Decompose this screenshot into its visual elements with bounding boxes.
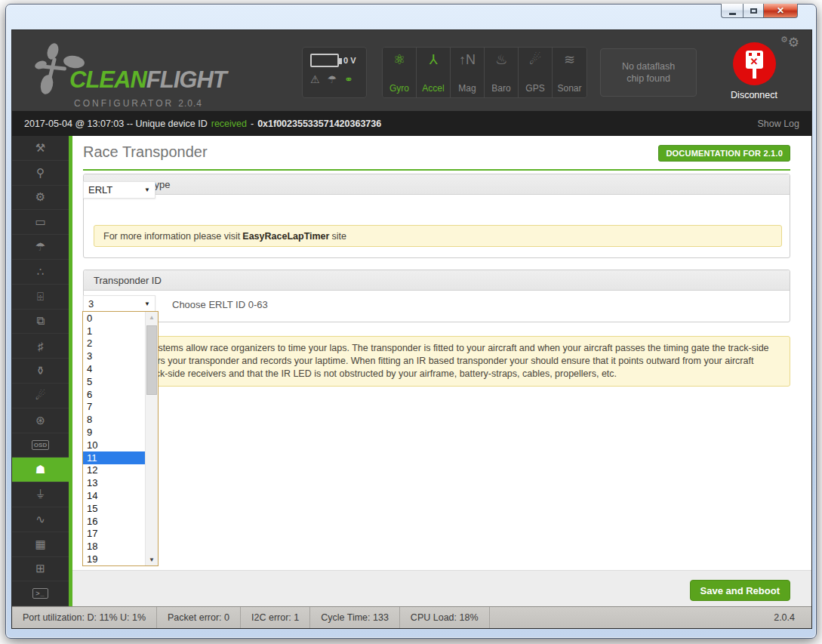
dropdown-option[interactable]: 6	[83, 388, 145, 401]
dataflash-status: No dataflash chip found	[600, 48, 697, 97]
window-button-minimize[interactable]	[721, 4, 743, 18]
sensor-label: Accel	[422, 83, 444, 94]
title-divider	[83, 169, 790, 171]
sidebar-item-motors[interactable]: ⊛	[12, 408, 69, 433]
sidebar-item-adjustments[interactable]: ♯	[12, 334, 69, 359]
sensor-gps: ☄ GPS	[519, 48, 553, 97]
status-icons: ⚠☂⚭	[310, 73, 359, 85]
sidebar-item-race-transponder[interactable]: ☗	[12, 458, 69, 482]
log-message: -- Unique device ID	[127, 119, 208, 129]
sensor-icon: ⅄	[429, 52, 438, 67]
window-controls: ✕	[721, 4, 798, 18]
sensor-mag: ↑N Mag	[451, 48, 485, 97]
status-icon-warning: ⚠	[310, 73, 320, 85]
sidebar-item-setup[interactable]: ⚒	[12, 136, 69, 161]
sidebar-item-onboard-logging[interactable]: ⊞	[12, 557, 69, 582]
transponder-id-select[interactable]: 3 ▼	[83, 295, 155, 313]
save-and-reboot-button[interactable]: Save and Reboot	[690, 580, 790, 601]
dropdown-scrollbar[interactable]: ▲ ▼	[145, 312, 158, 565]
show-log-button[interactable]: Show Log	[757, 119, 799, 129]
sidebar-tabs: ⚒ ⚲ ⚙ ▭ ☂ ∴ ⌹ ⧉	[12, 136, 69, 606]
cleanflight-configurator: CLEANFLIGHT CONFIGURATOR2.0.4 0 V ⚠☂⚭ ⚛ …	[11, 29, 812, 629]
dropdown-option[interactable]: 10	[83, 439, 145, 451]
scroll-up-button[interactable]: ▲	[146, 312, 158, 323]
sidebar-item-receiver[interactable]: ⌹	[12, 285, 69, 310]
sensor-label: Sonar	[557, 83, 581, 94]
dropdown-option[interactable]: 2	[83, 337, 145, 350]
sidebar-item-sensors[interactable]: ∿	[12, 507, 69, 532]
sidebar-item-power-battery[interactable]: ▭	[12, 210, 69, 235]
dropdown-option[interactable]: 8	[83, 413, 145, 426]
cleanflight-logo: CLEANFLIGHT CONFIGURATOR2.0.4	[30, 36, 279, 108]
dropdown-option[interactable]: 9	[83, 426, 145, 439]
documentation-button[interactable]: DOCUMENTATION FOR 2.1.0	[658, 145, 790, 162]
disconnect-button[interactable]: ✕ Disconnect	[720, 42, 788, 100]
sidebar-item-gps[interactable]: ☄	[12, 384, 69, 408]
battery-icon	[310, 54, 339, 67]
device-id: 0x1f00235533571420363736	[257, 119, 381, 129]
dropdown-option[interactable]: 17	[83, 528, 145, 541]
settings-gear-icon[interactable]: ⚙⚙	[780, 35, 799, 51]
sensor-label: Mag	[458, 83, 476, 94]
page-title: Race Transponder	[83, 143, 208, 161]
scroll-down-button[interactable]: ▼	[146, 554, 158, 565]
window-button-close[interactable]: ✕	[763, 4, 798, 18]
scroll-thumb[interactable]	[146, 325, 157, 395]
race-transponder-page: Race Transponder DOCUMENTATION FOR 2.1.0…	[72, 136, 811, 606]
sensor-label: GPS	[525, 83, 544, 94]
log-timestamp: 2017-05-04 @ 13:07:03	[24, 119, 124, 129]
dropdown-option[interactable]: 11	[83, 451, 145, 464]
chevron-down-icon: ▼	[144, 300, 150, 307]
dropdown-option[interactable]: 3	[83, 350, 145, 362]
sidebar-item-servos[interactable]: ⚱	[12, 359, 69, 384]
sensor-sonar: ≋ Sonar	[553, 48, 586, 97]
dropdown-option[interactable]: 5	[83, 375, 145, 388]
transponder-type-select[interactable]: ERLT ▼	[83, 181, 155, 199]
app-window: ✕ CLEANFLIGHT CONFIGURATOR2.0.4	[5, 4, 817, 639]
sensor-icon: ≋	[564, 52, 575, 67]
status-segment: Cycle Time: 133	[310, 607, 400, 628]
sensor-indicators: ⚛ Gyro ⅄ Accel ↑N Mag ♨ Baro ☄ GPS	[382, 47, 587, 98]
sidebar-item-modes[interactable]: ⧉	[12, 310, 69, 334]
sidebar-item-tethered-logging[interactable]: ▦	[12, 532, 69, 557]
type-info-note: For more information please visit EasyRa…	[94, 225, 782, 247]
window-button-icon	[729, 13, 736, 15]
battery-status-box: 0 V ⚠☂⚭	[302, 47, 367, 98]
dropdown-option[interactable]: 4	[83, 362, 145, 375]
dropdown-option[interactable]: 18	[83, 540, 145, 553]
sidebar-item-led-strip[interactable]: ⏚	[12, 482, 69, 507]
dropdown-option[interactable]: 16	[83, 515, 145, 528]
dropdown-option[interactable]: 13	[83, 476, 145, 489]
sidebar-item-configuration[interactable]: ⚙	[12, 186, 69, 211]
status-icon-parachute: ☂	[328, 73, 337, 85]
sidebar-item-pid-tuning[interactable]: ∴	[12, 260, 69, 285]
sidebar-item-osd[interactable]: OSD	[12, 433, 69, 458]
panel-header: Transponder ID	[84, 270, 790, 291]
sensor-label: Baro	[491, 83, 510, 94]
battery-voltage: 0 V	[343, 56, 356, 65]
sidebar-item-ports[interactable]: ⚲	[12, 161, 69, 186]
dropdown-option[interactable]: 1	[83, 325, 145, 337]
sensor-label: Gyro	[389, 83, 409, 94]
dropdown-option[interactable]: 7	[83, 401, 145, 414]
brand-subtitle: CONFIGURATOR2.0.4	[74, 98, 202, 109]
status-segment: Port utilization: D: 11% U: 1%	[12, 607, 157, 628]
dropdown-option[interactable]: 12	[83, 464, 145, 477]
sidebar-item-failsafe[interactable]: ☂	[12, 235, 69, 260]
sensor-icon: ↑N	[459, 52, 476, 67]
usb-disconnect-icon: ✕	[733, 42, 776, 85]
dropdown-option[interactable]: 14	[83, 489, 145, 502]
version-label: 2.0.4	[774, 612, 801, 623]
status-segment: I2C error: 1	[241, 607, 310, 628]
sensor-icon: ⚛	[393, 52, 405, 67]
log-bar: 2017-05-04 @ 13:07:03 -- Unique device I…	[12, 111, 811, 136]
window-button-maximize[interactable]	[743, 4, 763, 18]
status-segment: Packet error: 0	[157, 607, 241, 628]
id-helper-text: Choose ERLT ID 0-63	[172, 299, 268, 310]
dropdown-option[interactable]: 15	[83, 502, 145, 515]
sidebar-item-cli[interactable]: >_	[12, 581, 69, 606]
dropdown-option[interactable]: 19	[83, 553, 145, 565]
sensor-gyro: ⚛ Gyro	[383, 48, 417, 97]
dropdown-option[interactable]: 0	[83, 312, 145, 325]
sensor-baro: ♨ Baro	[485, 48, 519, 97]
